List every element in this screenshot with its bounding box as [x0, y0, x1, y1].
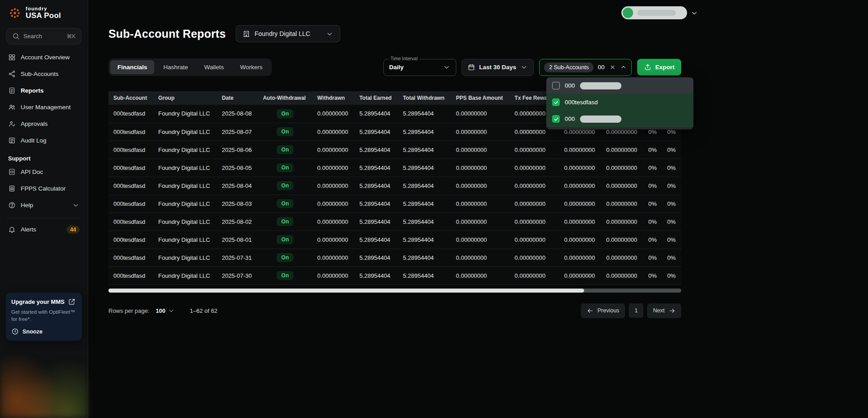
subaccount-search-text[interactable]: 00 — [598, 64, 605, 71]
checkbox-checked-icon[interactable] — [552, 98, 560, 106]
cell: 0% — [643, 141, 662, 159]
table-row: 000tesdfasdFoundry Digital LLC2025-07-31… — [108, 249, 681, 267]
chevron-down-icon[interactable] — [690, 9, 698, 17]
scrollbar-thumb[interactable] — [108, 289, 584, 293]
chevron-up-icon[interactable] — [620, 64, 627, 71]
cell: 0.00000000 — [312, 141, 355, 159]
cell: Foundry Digital LLC — [153, 159, 217, 177]
cell: 000tesdfasd — [108, 159, 153, 177]
subaccount-chip[interactable]: 2 Sub-Accounts — [544, 62, 594, 72]
redacted-username — [637, 10, 676, 16]
sidebar-item-help[interactable]: Help — [0, 197, 88, 213]
cell: On — [258, 195, 312, 213]
dropdown-option[interactable]: 000 — [546, 77, 693, 94]
column-header: Sub-Account — [108, 91, 153, 105]
snooze-label: Snooze — [22, 329, 42, 335]
current-page-button[interactable]: 1 — [629, 303, 643, 318]
cell: 5.28954404 — [398, 141, 451, 159]
cell: 0.00000000 — [312, 231, 355, 249]
export-button[interactable]: Export — [637, 59, 681, 76]
time-interval-select[interactable]: Time Interval Daily — [383, 59, 456, 76]
next-page-button[interactable]: Next — [647, 303, 681, 318]
sidebar-item-api-doc[interactable]: API Doc — [0, 164, 88, 180]
cell: 5.28954404 — [355, 177, 398, 195]
cell: On — [258, 141, 312, 159]
sidebar-item-account-overview[interactable]: Account Overview — [0, 49, 88, 66]
cell: 0.00000000 — [559, 249, 602, 267]
cell: 5.28954404 — [398, 249, 451, 267]
sidebar-item-fpps-calculator[interactable]: FPPS Calculator — [0, 180, 88, 197]
logo-product: USA Pool — [26, 12, 61, 20]
column-header: Date — [217, 91, 258, 105]
sidebar-item-label: Sub-Accounts — [21, 71, 80, 77]
cell: Foundry Digital LLC — [153, 123, 217, 141]
tab-financials[interactable]: Financials — [110, 60, 154, 74]
cell: 2025-08-01 — [217, 231, 258, 249]
search-input[interactable]: Search ⌘K — [6, 28, 81, 44]
cell: 0% — [662, 267, 681, 285]
cell: 5.28954404 — [355, 159, 398, 177]
cell: 5.28954404 — [355, 195, 398, 213]
date-range-button[interactable]: Last 30 Days — [462, 59, 534, 76]
upgrade-body: Get started with OptiFleet™ for free*. — [11, 308, 76, 323]
cell: 0.00000000 — [601, 177, 643, 195]
cell: On — [258, 123, 312, 141]
sidebar-item-reports[interactable]: Reports — [0, 82, 88, 99]
cell: 5.28954404 — [355, 213, 398, 231]
alerts-count-badge: 44 — [67, 226, 80, 234]
sidebar: foundry USA Pool Search ⌘K Account Overv… — [0, 0, 88, 418]
cell: 0.00000000 — [559, 195, 602, 213]
sidebar-item-user-management[interactable]: User Management — [0, 99, 88, 116]
cell: Foundry Digital LLC — [153, 195, 217, 213]
arrow-left-icon — [587, 307, 594, 314]
subaccount-filter[interactable]: 2 Sub-Accounts 00 — [539, 59, 632, 76]
pagination-range: 1–62 of 62 — [190, 307, 217, 314]
cell: 0% — [662, 231, 681, 249]
cell: 2025-08-02 — [217, 213, 258, 231]
cell: 0.00000000 — [559, 231, 602, 249]
auto-withdrawal-badge: On — [277, 163, 293, 172]
dropdown-option[interactable]: 000 — [546, 111, 693, 127]
tab-workers[interactable]: Workers — [233, 60, 270, 74]
cell: 5.28954404 — [398, 267, 451, 285]
cell: 0.00000000 — [601, 195, 643, 213]
cell: Foundry Digital LLC — [153, 249, 217, 267]
previous-page-button[interactable]: Previous — [581, 303, 625, 318]
rows-per-page-select[interactable]: 100 — [156, 307, 175, 314]
sidebar-item-label: Audit Log — [21, 137, 80, 144]
cell: 0% — [643, 159, 662, 177]
tab-hashrate[interactable]: Hashrate — [156, 60, 195, 74]
snooze-button[interactable]: Snooze — [11, 328, 76, 335]
tab-wallets[interactable]: Wallets — [197, 60, 231, 74]
column-header: Total Withdrawn — [398, 91, 451, 105]
sidebar-item-audit-log[interactable]: Audit Log — [0, 132, 88, 149]
redacted-text — [580, 82, 621, 89]
clock-icon — [11, 328, 19, 335]
dropdown-option[interactable]: 000tesdfasd — [546, 94, 693, 111]
horizontal-scrollbar[interactable] — [108, 289, 681, 293]
app-root: foundry USA Pool Search ⌘K Account Overv… — [0, 0, 868, 418]
sidebar-item-alerts[interactable]: Alerts 44 — [0, 221, 88, 238]
reports-icon — [8, 87, 16, 94]
checkbox-unchecked-icon[interactable] — [552, 82, 560, 89]
page-title: Sub-Account Reports — [108, 27, 226, 40]
cell: 0.00000000 — [601, 141, 643, 159]
divider — [6, 218, 81, 218]
cell: 0.00000000 — [451, 213, 509, 231]
cell: 000tesdfasd — [108, 267, 153, 285]
sidebar-item-label: Account Overview — [21, 54, 80, 61]
cell: 0.00000000 — [601, 159, 643, 177]
cell: 2025-07-30 — [217, 267, 258, 285]
sidebar-item-approvals[interactable]: Approvals — [0, 116, 88, 132]
cell: 0.00000000 — [451, 159, 509, 177]
checkbox-checked-icon[interactable] — [552, 115, 560, 123]
company-selector[interactable]: Foundry Digital LLC — [236, 25, 340, 42]
cell: 0.00000000 — [601, 231, 643, 249]
cell: 0% — [662, 177, 681, 195]
cell: 5.28954404 — [355, 267, 398, 285]
cell: 0.00000000 — [312, 195, 355, 213]
external-link-icon[interactable] — [68, 298, 76, 306]
user-menu[interactable] — [621, 6, 687, 19]
close-icon[interactable] — [609, 64, 616, 71]
sidebar-item-sub-accounts[interactable]: Sub-Accounts — [0, 66, 88, 82]
